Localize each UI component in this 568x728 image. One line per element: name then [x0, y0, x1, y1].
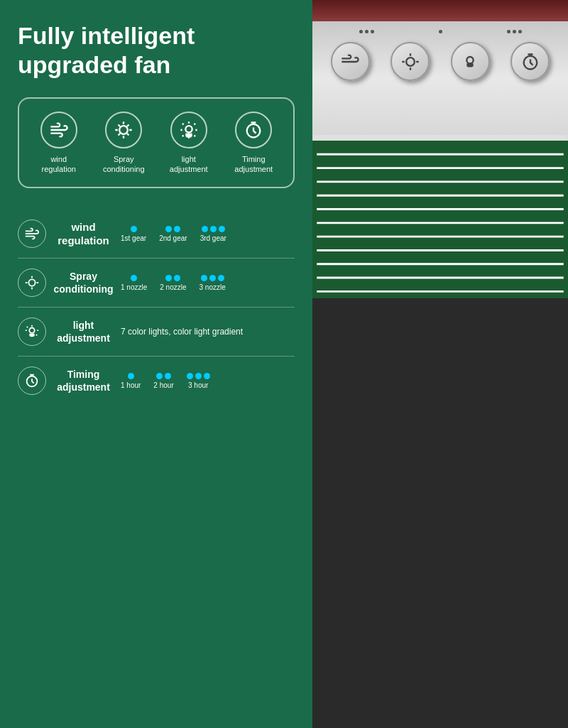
left-panel: Fully intelligent upgraded fan windregul… — [0, 0, 312, 728]
spray-nozzle2: 2 nozzle — [160, 275, 186, 291]
spec-light-details: 7 color lights, color light gradient — [121, 326, 295, 338]
spec-row-light: lightadjustment 7 color lights, color li… — [18, 308, 295, 357]
ctrl-btn-wind[interactable] — [331, 42, 370, 81]
ctrl-btn-spray[interactable] — [390, 42, 430, 81]
svg-point-7 — [467, 57, 474, 63]
feature-timing-label: Timingadjustment — [234, 154, 273, 175]
spec-light-text: 7 color lights, color light gradient — [121, 326, 295, 338]
feature-timing: Timingadjustment — [225, 112, 282, 175]
spec-row-timing: Timingadjustment 1 hour 2 hour 3 hour — [18, 357, 295, 405]
spec-spray-details: 1 nozzle 2 nozzle 3 nozzle — [121, 275, 295, 291]
timing-hour3: 3 hour — [187, 373, 210, 389]
right-panel — [312, 0, 568, 728]
spec-light-name: lightadjustment — [53, 319, 114, 344]
svg-point-0 — [119, 126, 128, 134]
page-title: Fully intelligent upgraded fan — [18, 21, 295, 80]
svg-point-1 — [185, 126, 192, 132]
wind-gear1: 1st gear — [121, 226, 146, 242]
svg-point-3 — [28, 280, 35, 286]
spec-wind-icon — [18, 219, 46, 248]
feature-box: windregulation Sprayconditioning — [18, 97, 295, 189]
timing-hour2: 2 hour — [153, 373, 173, 389]
feature-wind: windregulation — [31, 112, 87, 175]
wind-gear3: 3rd gear — [200, 226, 226, 242]
svg-point-6 — [406, 58, 415, 66]
spec-row-spray: Sprayconditioning 1 nozzle 2 nozzle 3 no… — [18, 259, 295, 308]
spec-timing-icon — [18, 366, 46, 395]
spec-wind-name: wind regulation — [53, 220, 114, 248]
specs-table: wind regulation 1st gear 2nd gear 3rd ge… — [18, 210, 295, 405]
ctrl-btn-light[interactable] — [451, 42, 490, 81]
spray-icon — [105, 112, 142, 148]
svg-point-4 — [29, 328, 34, 333]
spray-nozzle3: 3 nozzle — [200, 275, 226, 291]
spec-timing-details: 1 hour 2 hour 3 hour — [121, 373, 295, 389]
title-line1: Fully intelligent — [18, 22, 195, 49]
feature-spray-label: Sprayconditioning — [103, 154, 145, 175]
feature-spray: Sprayconditioning — [95, 112, 152, 175]
spec-row-wind: wind regulation 1st gear 2nd gear 3rd ge… — [18, 210, 295, 259]
wind-icon — [40, 112, 77, 148]
timing-hour1: 1 hour — [121, 373, 141, 389]
wind-gear2: 2nd gear — [159, 226, 187, 242]
title-line2: upgraded fan — [18, 51, 170, 78]
spec-spray-icon — [18, 268, 46, 297]
spec-wind-details: 1st gear 2nd gear 3rd gear — [121, 226, 295, 242]
fan-top-section — [312, 0, 568, 298]
light-icon — [170, 112, 207, 148]
ctrl-btn-timing[interactable] — [510, 42, 550, 81]
spec-timing-name: Timingadjustment — [53, 368, 114, 393]
spray-nozzle1: 1 nozzle — [121, 275, 147, 291]
timing-icon — [235, 112, 272, 148]
spec-light-icon — [18, 317, 46, 346]
feature-wind-label: windregulation — [42, 154, 76, 175]
spec-spray-name: Sprayconditioning — [53, 270, 114, 295]
feature-light-label: lightadjustment — [170, 154, 208, 175]
feature-light: lightadjustment — [160, 112, 217, 175]
